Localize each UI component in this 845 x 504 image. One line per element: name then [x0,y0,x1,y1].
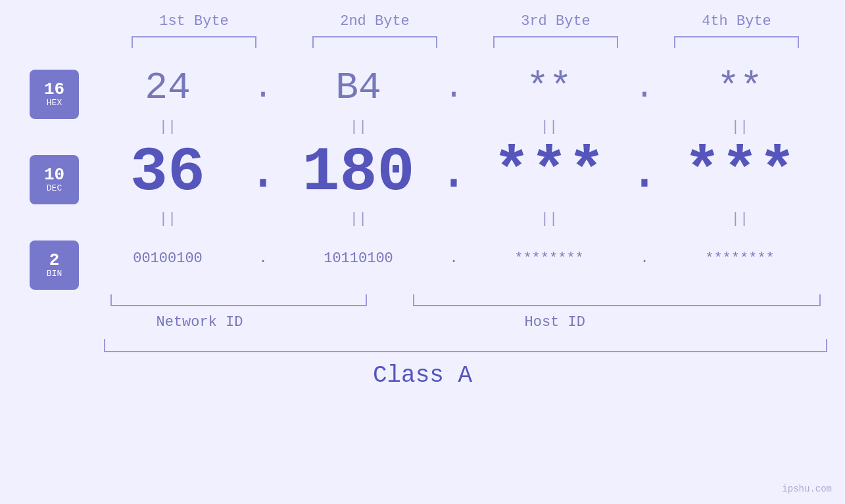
bin-row: 00100100 . 10110100 . ******** . *******… [92,232,815,285]
hex-badge-number: 16 [44,80,64,99]
sep-row-2: || || || || [92,206,815,232]
byte4-header: 4th Byte [664,13,809,30]
bin-val3: ******** [483,250,615,267]
bracket-top-1 [132,36,256,48]
byte1-header: 1st Byte [122,13,266,30]
hex-dot3: . [635,69,654,106]
content-area: 16 HEX 10 DEC 2 BIN [0,61,845,291]
sep1-v3: || [483,119,615,135]
watermark: ipshu.com [782,484,832,494]
byte-headers: 1st Byte 2nd Byte 3rd Byte 4th Byte [104,13,827,30]
sep2-v3: || [483,211,615,227]
dec-val3: *** [483,137,615,208]
bin-dot3: . [635,250,654,267]
bracket-labels: Network ID Host ID [104,311,827,334]
hex-dot1: . [253,69,273,106]
dec-dot3: . [635,133,654,212]
hex-badge-wrapper: 16 HEX [30,68,79,120]
bin-badge-wrapper: 2 BIN [30,239,79,291]
sep2-v4: || [674,211,806,227]
bin-val1: 00100100 [102,250,233,267]
dec-badge-wrapper: 10 DEC [30,147,79,212]
dec-row: 36 . 180 . *** . *** [92,140,815,206]
hex-row: 24 . B4 . ** . ** [92,61,815,114]
hex-val4: ** [674,66,806,109]
bin-dot1: . [253,250,273,267]
hex-badge-label: HEX [47,99,62,108]
sep1-v4: || [674,119,806,135]
hex-val3: ** [483,66,615,109]
byte2-header: 2nd Byte [302,13,447,30]
full-bottom-bracket [104,339,827,352]
bin-badge-number: 2 [49,251,60,270]
dec-val1: 36 [102,137,233,208]
bin-val4: ******** [674,250,806,267]
values-area: 24 . B4 . ** . ** || || || || 36 [92,61,815,285]
sep2-v1: || [102,211,233,227]
bottom-brackets-container: Network ID Host ID [104,294,827,334]
bracket-top-3 [493,36,618,48]
main-container: 1st Byte 2nd Byte 3rd Byte 4th Byte 16 H… [0,0,845,504]
bracket-top-4 [674,36,799,48]
host-id-label: Host ID [525,314,585,331]
hex-badge: 16 HEX [30,70,79,119]
bin-val2: 10110100 [293,250,424,267]
dec-badge-number: 10 [44,166,64,185]
bracket-top-2 [312,36,437,48]
hex-val2: B4 [293,66,424,109]
dec-badge-label: DEC [47,184,62,193]
network-bracket [110,294,367,306]
badges-column: 16 HEX 10 DEC 2 BIN [0,61,92,291]
hex-dot2: . [444,69,464,106]
hex-val1: 24 [102,66,233,109]
dec-dot2: . [444,133,464,212]
dec-badge: 10 DEC [30,155,79,204]
sep2-v2: || [293,211,424,227]
byte3-header: 3rd Byte [483,13,628,30]
bin-badge: 2 BIN [30,241,79,290]
network-id-label: Network ID [157,314,243,331]
top-brackets [104,36,827,48]
bin-badge-label: BIN [47,269,62,279]
bin-dot2: . [444,250,464,267]
class-label: Class A [373,362,472,389]
dec-val2: 180 [293,137,424,208]
dec-val4: *** [674,137,806,208]
dec-dot1: . [253,133,273,212]
sep1-v1: || [102,119,233,135]
host-bracket [413,294,821,306]
sep1-v2: || [293,119,424,135]
